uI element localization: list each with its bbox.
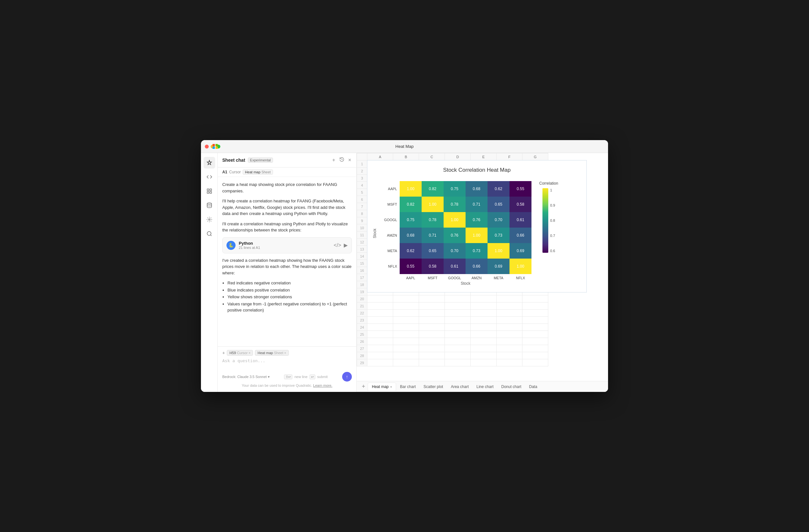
cell-C27[interactable] xyxy=(419,345,445,352)
cell-A26[interactable] xyxy=(367,338,393,345)
cell-G27[interactable] xyxy=(522,345,548,352)
cell-C21[interactable] xyxy=(419,302,445,309)
cell-E22[interactable] xyxy=(471,309,497,317)
sheet-tab-line-chart[interactable]: Line chart xyxy=(473,383,498,391)
cell-A22[interactable] xyxy=(367,309,393,317)
code-run-icon[interactable]: ▶ xyxy=(344,242,348,248)
cell-C28[interactable] xyxy=(419,352,445,359)
cell-C29[interactable] xyxy=(419,359,445,367)
cell-A27[interactable] xyxy=(367,345,393,352)
cell-G28[interactable] xyxy=(522,352,548,359)
cell-G25[interactable] xyxy=(522,331,548,338)
sidebar-icon-settings[interactable] xyxy=(204,214,215,225)
cell-C24[interactable] xyxy=(419,324,445,331)
cell-B26[interactable] xyxy=(393,338,419,345)
close-button[interactable] xyxy=(205,145,209,148)
cell-F29[interactable] xyxy=(497,359,522,367)
history-button[interactable] xyxy=(339,156,345,164)
cell-C26[interactable] xyxy=(419,338,445,345)
cell-B28[interactable] xyxy=(393,352,419,359)
cell-F20[interactable] xyxy=(497,295,522,302)
sidebar-icon-sparkle[interactable] xyxy=(204,157,215,169)
cell-D23[interactable] xyxy=(445,317,471,324)
cell-E27[interactable] xyxy=(471,345,497,352)
close-chat-button[interactable]: × xyxy=(348,157,352,164)
cell-F24[interactable] xyxy=(497,324,522,331)
cell-B27[interactable] xyxy=(393,345,419,352)
cell-F27[interactable] xyxy=(497,345,522,352)
sheet-tab-donut-chart[interactable]: Donut chart xyxy=(497,383,525,391)
add-sheet-button[interactable]: + xyxy=(359,383,368,391)
learn-more-link[interactable]: Learn more. xyxy=(313,384,332,387)
cell-B25[interactable] xyxy=(393,331,419,338)
cell-C23[interactable] xyxy=(419,317,445,324)
cell-E28[interactable] xyxy=(471,352,497,359)
cell-E29[interactable] xyxy=(471,359,497,367)
cell-C25[interactable] xyxy=(419,331,445,338)
cell-F21[interactable] xyxy=(497,302,522,309)
sheet-tag-close[interactable]: × xyxy=(284,351,286,355)
cell-E25[interactable] xyxy=(471,331,497,338)
submit-button[interactable]: ↑ xyxy=(342,372,352,382)
cell-E20[interactable] xyxy=(471,295,497,302)
cell-A25[interactable] xyxy=(367,331,393,338)
cell-B23[interactable] xyxy=(393,317,419,324)
code-view-icon[interactable]: </> xyxy=(334,243,341,248)
sheet-tab-scatter-plot[interactable]: Scatter plot xyxy=(420,383,447,391)
sidebar-icon-grid[interactable] xyxy=(204,185,215,197)
cell-G29[interactable] xyxy=(522,359,548,367)
add-chat-button[interactable]: + xyxy=(331,157,336,164)
cell-D29[interactable] xyxy=(445,359,471,367)
model-selector[interactable]: Bedrock: Claude 3.5 Sonnet ▾ xyxy=(222,375,270,379)
cell-G22[interactable] xyxy=(522,309,548,317)
cell-G21[interactable] xyxy=(522,302,548,309)
cell-G23[interactable] xyxy=(522,317,548,324)
sheet-tab-area-chart[interactable]: Area chart xyxy=(447,383,472,391)
cell-F22[interactable] xyxy=(497,309,522,317)
cell-A28[interactable] xyxy=(367,352,393,359)
cell-A29[interactable] xyxy=(367,359,393,367)
cell-D28[interactable] xyxy=(445,352,471,359)
cursor-context-tag[interactable]: H59 Cursor × xyxy=(227,350,253,356)
cell-D22[interactable] xyxy=(445,309,471,317)
cell-F26[interactable] xyxy=(497,338,522,345)
cell-D20[interactable] xyxy=(445,295,471,302)
cell-A20[interactable] xyxy=(367,295,393,302)
cell-B22[interactable] xyxy=(393,309,419,317)
sheet-tab-bar-chart[interactable]: Bar chart xyxy=(396,383,420,391)
sidebar-icon-database[interactable] xyxy=(204,199,215,211)
cell-E23[interactable] xyxy=(471,317,497,324)
cell-E26[interactable] xyxy=(471,338,497,345)
cell-D24[interactable] xyxy=(445,324,471,331)
cell-C20[interactable] xyxy=(419,295,445,302)
cell-G26[interactable] xyxy=(522,338,548,345)
cursor-tag-close[interactable]: × xyxy=(248,351,251,355)
cell-D26[interactable] xyxy=(445,338,471,345)
cell-A23[interactable] xyxy=(367,317,393,324)
chat-input[interactable] xyxy=(222,358,352,368)
cell-D27[interactable] xyxy=(445,345,471,352)
cell-D21[interactable] xyxy=(445,302,471,309)
sheet-tab-heat-map[interactable]: Heat map▾ xyxy=(368,383,396,391)
add-context-plus[interactable]: + xyxy=(222,350,225,355)
cell-E24[interactable] xyxy=(471,324,497,331)
cell-E21[interactable] xyxy=(471,302,497,309)
cell-B29[interactable] xyxy=(393,359,419,367)
sidebar-icon-code[interactable] xyxy=(204,171,215,183)
cell-B21[interactable] xyxy=(393,302,419,309)
spreadsheet-grid[interactable]: A B C D E F G 1CHART23456789101112131415… xyxy=(357,153,608,381)
cell-A21[interactable] xyxy=(367,302,393,309)
cell-F28[interactable] xyxy=(497,352,522,359)
cell-F25[interactable] xyxy=(497,331,522,338)
cell-G24[interactable] xyxy=(522,324,548,331)
cell-A24[interactable] xyxy=(367,324,393,331)
sheet-tab-data[interactable]: Data xyxy=(525,383,541,391)
sidebar-icon-search[interactable] xyxy=(204,228,215,240)
cell-G20[interactable] xyxy=(522,295,548,302)
cell-C22[interactable] xyxy=(419,309,445,317)
cell-B24[interactable] xyxy=(393,324,419,331)
cell-D25[interactable] xyxy=(445,331,471,338)
cell-B20[interactable] xyxy=(393,295,419,302)
cell-F23[interactable] xyxy=(497,317,522,324)
sheet-context-tag[interactable]: Heat map Sheet × xyxy=(255,350,289,356)
